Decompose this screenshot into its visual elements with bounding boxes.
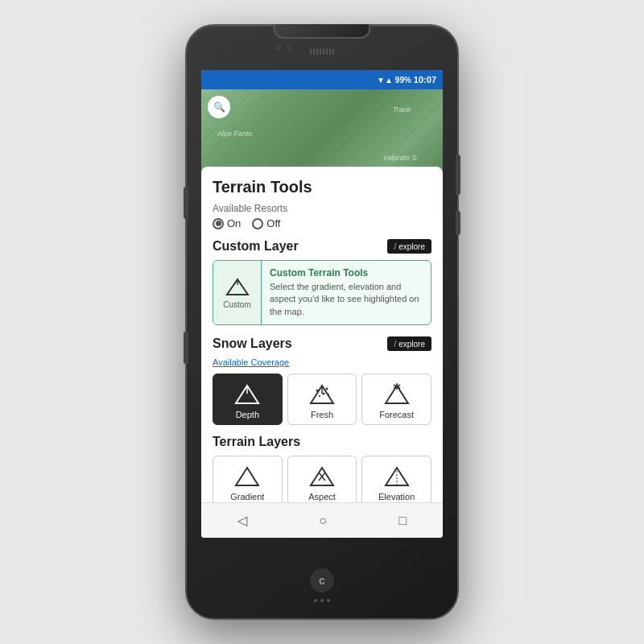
terrain-layer-gradient[interactable]: Gradient bbox=[213, 456, 283, 507]
side-button-power[interactable] bbox=[456, 155, 460, 195]
custom-icon-label: Custom bbox=[223, 300, 250, 309]
forecast-label: Forecast bbox=[379, 410, 414, 419]
snow-layers-title: Snow Layers bbox=[213, 336, 292, 351]
slash-icon: / bbox=[394, 242, 396, 251]
terrain-layer-grid: Gradient Aspect bbox=[213, 456, 431, 507]
forecast-icon bbox=[382, 382, 411, 407]
mountain-custom-icon bbox=[225, 277, 250, 297]
time-display: 10:07 bbox=[414, 75, 436, 85]
phone-top-bump bbox=[274, 24, 370, 39]
radio-on-fill bbox=[216, 221, 221, 226]
phone-logo: c bbox=[310, 568, 334, 592]
phone-screen: ▼▲ 99% 10:07 🔍 Trace Alpe Fanto Valprato… bbox=[201, 70, 443, 538]
svg-point-7 bbox=[325, 388, 328, 390]
speaker-grille bbox=[310, 48, 334, 55]
status-bar: ▼▲ 99% 10:07 bbox=[201, 70, 443, 89]
radio-on-circle bbox=[213, 218, 224, 229]
terrain-layers-title: Terrain Layers bbox=[213, 435, 431, 449]
svg-point-6 bbox=[316, 390, 318, 392]
radio-group: On Off bbox=[213, 217, 431, 229]
radio-off[interactable]: Off bbox=[252, 217, 280, 229]
navigation-bar: ◁ ○ □ bbox=[201, 502, 443, 538]
wifi-icon: ▼▲ bbox=[377, 76, 393, 85]
phone-device: ▼▲ 99% 10:07 🔍 Trace Alpe Fanto Valprato… bbox=[185, 24, 459, 620]
snow-layer-depth[interactable]: Depth bbox=[213, 374, 283, 425]
elevation-label: Elevation bbox=[378, 492, 415, 502]
svg-point-8 bbox=[322, 393, 324, 395]
indicator-dot-3 bbox=[327, 599, 330, 602]
panel-title: Terrain Tools bbox=[213, 178, 431, 196]
available-coverage-link[interactable]: Available Coverage bbox=[213, 357, 431, 367]
custom-card-title: Custom Terrain Tools bbox=[270, 267, 423, 279]
radio-off-circle bbox=[252, 218, 263, 229]
explore-badge-snow[interactable]: / explore bbox=[387, 336, 431, 351]
radio-on-label: On bbox=[227, 217, 241, 229]
fresh-label: Fresh bbox=[311, 410, 333, 419]
custom-card-icon-area: Custom bbox=[213, 261, 262, 324]
indicator-dot-2 bbox=[320, 599, 324, 602]
camera-area bbox=[275, 45, 291, 50]
gradient-icon bbox=[233, 464, 262, 489]
svg-marker-15 bbox=[236, 468, 258, 485]
custom-layer-header: Custom Layer / explore bbox=[213, 239, 431, 254]
aspect-icon bbox=[308, 464, 336, 489]
bottom-sheet-panel: Terrain Tools Available Resorts On Off C… bbox=[201, 167, 443, 538]
nav-home-button[interactable]: ○ bbox=[319, 514, 327, 528]
snow-layer-forecast[interactable]: Forecast bbox=[361, 374, 431, 425]
custom-card-text-area: Custom Terrain Tools Select the gradient… bbox=[262, 261, 431, 324]
slash-icon-2: / bbox=[394, 339, 396, 349]
map-label-alpe: Alpe Fanto bbox=[217, 130, 253, 138]
aspect-label: Aspect bbox=[308, 492, 336, 502]
status-icons: ▼▲ 99% 10:07 bbox=[377, 75, 436, 85]
custom-layer-title: Custom Layer bbox=[213, 239, 299, 254]
camera-dot-1 bbox=[275, 45, 280, 50]
side-button-volume-up[interactable] bbox=[456, 211, 460, 235]
gradient-label: Gradient bbox=[230, 492, 264, 502]
side-button-left2[interactable] bbox=[184, 332, 188, 364]
battery-level: 99% bbox=[395, 76, 411, 85]
search-button[interactable]: 🔍 bbox=[208, 96, 230, 118]
radio-on[interactable]: On bbox=[213, 217, 241, 229]
svg-marker-19 bbox=[386, 468, 408, 485]
camera-dot-2 bbox=[287, 45, 291, 50]
depth-label: Depth bbox=[236, 410, 259, 419]
map-label-valprato: Valprato S. bbox=[383, 154, 419, 162]
side-button-left[interactable] bbox=[184, 187, 188, 219]
nav-back-button[interactable]: ◁ bbox=[237, 513, 247, 528]
snow-layer-fresh[interactable]: Fresh bbox=[287, 374, 357, 425]
indicator-dot-1 bbox=[314, 599, 317, 602]
explore-label-2: explore bbox=[398, 340, 425, 349]
custom-card-description: Select the gradient, elevation and aspec… bbox=[270, 281, 423, 318]
svg-point-10 bbox=[328, 394, 329, 395]
snow-layer-grid: Depth bbox=[213, 374, 431, 425]
elevation-icon bbox=[382, 464, 411, 489]
terrain-layer-aspect[interactable]: Aspect bbox=[287, 456, 357, 507]
phone-bottom-area: c bbox=[310, 568, 334, 602]
custom-terrain-card[interactable]: Custom Custom Terrain Tools Select the g… bbox=[213, 260, 431, 325]
fresh-icon bbox=[308, 382, 336, 407]
bottom-indicator-dots bbox=[314, 599, 330, 602]
map-label-trace: Trace bbox=[393, 105, 411, 114]
available-resorts-label: Available Resorts bbox=[213, 203, 431, 214]
depth-icon bbox=[233, 382, 262, 407]
terrain-layer-elevation[interactable]: Elevation bbox=[361, 456, 431, 507]
explore-badge-custom[interactable]: / explore bbox=[387, 239, 431, 254]
snow-layers-header: Snow Layers / explore bbox=[213, 336, 431, 351]
svg-point-9 bbox=[319, 395, 320, 397]
explore-label: explore bbox=[398, 242, 425, 251]
radio-off-label: Off bbox=[266, 217, 280, 229]
nav-recent-button[interactable]: □ bbox=[399, 514, 407, 528]
